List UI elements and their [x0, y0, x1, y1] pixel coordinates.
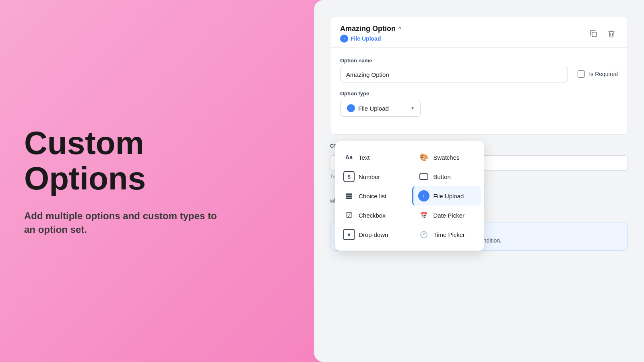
option-title-group: Amazing Option ^ ↑ File Upload [340, 25, 401, 43]
option-name-label: Option name [340, 58, 568, 64]
svg-rect-1 [346, 193, 352, 195]
date-picker-icon: 📅 [418, 210, 429, 221]
button-icon [418, 171, 429, 182]
dropdown-arrow-icon: ▾ [343, 229, 355, 240]
option-body: Option name Is Required Option type ↑ [330, 48, 627, 134]
option-name-input[interactable] [340, 67, 568, 82]
right-panel: Amazing Option ^ ↑ File Upload [250, 0, 644, 362]
option-header: Amazing Option ^ ↑ File Upload [330, 16, 627, 48]
option-type-row: Option type ↑ File Upload ▾ [340, 90, 618, 117]
hero-subtitle: Add multiple options and custom types to… [24, 209, 225, 236]
svg-rect-4 [420, 174, 428, 179]
dropdown-item-choice-list[interactable]: Choice list [339, 186, 407, 206]
dropdown-col-left: Aa Text $ Number [335, 146, 410, 246]
svg-rect-3 [346, 197, 352, 199]
collapse-chevron[interactable]: ^ [398, 26, 401, 32]
option-title: Amazing Option ^ [340, 25, 401, 33]
checkbox-icon: ☑ [343, 210, 355, 221]
option-type-value: File Upload [358, 105, 389, 112]
swatches-icon: 🎨 [418, 152, 429, 163]
option-type-select[interactable]: ↑ File Upload ▾ [340, 100, 421, 117]
left-panel: Custom Options Add multiple options and … [0, 101, 250, 260]
dropdown-grid: Aa Text $ Number [335, 146, 484, 246]
delete-button[interactable] [605, 27, 618, 40]
svg-rect-0 [592, 32, 597, 37]
dropdown-col-right: 🎨 Swatches Button ↑ [410, 146, 485, 246]
dropdown-item-text[interactable]: Aa Text [339, 148, 407, 167]
is-required-checkbox[interactable] [578, 70, 585, 78]
dropdown-item-file-upload[interactable]: ↑ File Upload [412, 186, 481, 206]
number-icon: $ [343, 171, 355, 182]
dropdown-item-checkbox[interactable]: ☑ Checkbox [339, 206, 407, 225]
option-type-label: Option type [340, 90, 618, 97]
file-upload-icon-small: ↑ [340, 35, 348, 43]
dropdown-item-number[interactable]: $ Number [339, 167, 407, 186]
copy-button[interactable] [587, 27, 600, 40]
dropdown-item-date-picker[interactable]: 📅 Date Picker [413, 206, 481, 225]
dropdown-item-button[interactable]: Button [413, 167, 481, 186]
file-upload-icon-btn: ↑ [347, 104, 355, 112]
dropdown-item-swatches[interactable]: 🎨 Swatches [413, 148, 481, 167]
hero-title: Custom Options [24, 125, 225, 196]
choice-list-icon [343, 190, 355, 202]
dropdown-item-dropdown[interactable]: ▾ Drop-down [339, 225, 407, 244]
option-type-badge: ↑ File Upload [340, 35, 401, 43]
svg-rect-2 [346, 195, 352, 197]
option-type-group: Option type ↑ File Upload ▾ [340, 90, 618, 117]
option-name-row: Option name Is Required [340, 58, 618, 82]
option-block: Amazing Option ^ ↑ File Upload [330, 16, 628, 135]
option-name-group: Option name [340, 58, 568, 82]
option-actions [587, 27, 618, 40]
text-icon: Aa [343, 152, 355, 163]
is-required-label: Is Required [589, 71, 618, 77]
time-picker-icon: 🕐 [418, 229, 429, 240]
is-required-group: Is Required [578, 58, 618, 78]
file-upload-dropdown-icon: ↑ [418, 190, 429, 202]
select-chevron-icon: ▾ [411, 105, 414, 111]
panel-card: Amazing Option ^ ↑ File Upload [314, 0, 644, 362]
option-type-dropdown: Aa Text $ Number [335, 141, 484, 251]
dropdown-item-time-picker[interactable]: 🕐 Time Picker [413, 225, 481, 244]
